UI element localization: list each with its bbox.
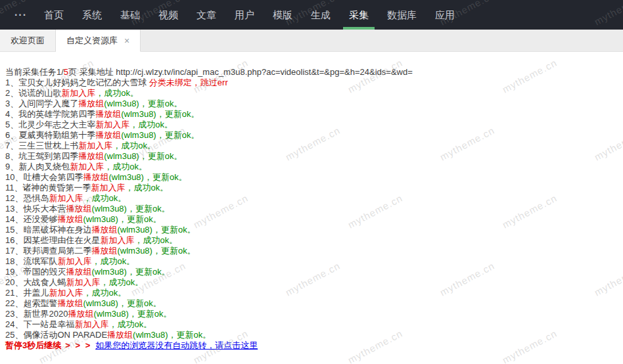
- log-item-action: 新加入库: [57, 256, 91, 266]
- log-item-number: 14、: [5, 214, 23, 224]
- log-item-result: ，成功ok。: [83, 193, 126, 203]
- log-item-action: 播放组: [107, 330, 133, 340]
- log-item-action: 新加入库: [95, 120, 129, 129]
- log-item: 19、帝国的毁灭播放组(wlm3u8)，更新ok。: [5, 267, 618, 277]
- log-item-action: 播放组: [78, 99, 104, 108]
- log-item-number: 16、: [5, 235, 23, 245]
- log-item-number: 10、: [5, 172, 23, 182]
- log-item-action: 新加入库: [49, 288, 83, 298]
- log-item-result: (wlm3u8)，更新ok。: [104, 151, 182, 161]
- tab-2[interactable]: 自定义资源库×: [56, 30, 141, 52]
- log-item-title: 入间同学入魔了: [18, 99, 78, 108]
- log-item: 16、因某些理由住在火星新加入库，成功ok。: [5, 235, 618, 246]
- log-item-result: ，成功ok。: [95, 88, 139, 98]
- log-item-result: (wlm3u8)，更新ok。: [91, 267, 170, 277]
- log-item: 2、说谎的山歌新加入库，成功ok。: [5, 88, 618, 99]
- log-item-number: 25、: [5, 330, 23, 340]
- log-item-action: 播放组: [66, 267, 91, 277]
- nav-item-10[interactable]: 数据库: [378, 0, 426, 30]
- nav-item-2[interactable]: 系统: [73, 0, 111, 30]
- collect-log-panel: 当前采集任务1/5页 采集地址 http://cj.wlzy.tv/inc/ap…: [0, 52, 623, 351]
- log-item-action: 新加入库: [100, 235, 134, 245]
- log-item: 23、新世界2020播放组(wlm3u8)，更新ok。: [5, 309, 618, 319]
- app-window: ··· 首页系统基础视频文章用户模版生成采集数据库应用 欢迎页面自定义资源库× …: [0, 0, 623, 364]
- log-item-result: ，成功ok。: [129, 120, 173, 129]
- tab-bar: 欢迎页面自定义资源库×: [0, 30, 623, 52]
- nav-item-11[interactable]: 应用: [426, 0, 464, 30]
- log-item-number: 23、: [5, 309, 23, 319]
- log-item-result: (wlm3u8)，更新ok。: [83, 298, 161, 308]
- log-item-result: (wlm3u8)，更新ok。: [104, 99, 182, 108]
- log-item-action: 播放组: [83, 172, 108, 182]
- log-item-action: 新加入库: [49, 193, 83, 203]
- log-item-action: 播放组: [66, 204, 91, 214]
- log-item: 20、大战食人蝎新加入库，成功ok。: [5, 277, 618, 288]
- task-prefix: 当前采集任务: [5, 67, 57, 77]
- log-item: 3、入间同学入魔了播放组(wlm3u8)，更新ok。: [5, 99, 618, 109]
- log-item-title: 诸神的黄昏第一季: [23, 183, 91, 193]
- log-item-result: (wlm3u8)，更新ok。: [117, 225, 195, 235]
- log-item-result: ，成功ok。: [100, 277, 143, 287]
- log-item-title: 坑王驾到第四季: [18, 151, 78, 161]
- log-item-number: 7、: [5, 141, 18, 150]
- log-item-title: 偶像活动ON PARADE: [23, 330, 107, 340]
- log-item: 7、三生三世枕上书新加入库，成功ok。: [5, 141, 618, 151]
- log-item-title: 新人肉叉烧包: [18, 162, 70, 171]
- log-item-title: 井盖儿: [23, 288, 49, 298]
- task-total-pages: 5: [64, 67, 68, 77]
- log-item-number: 9、: [5, 162, 18, 171]
- log-item-number: 19、: [5, 267, 23, 277]
- log-item-title: 我的英雄学院第四季: [18, 109, 95, 119]
- log-item-number: 15、: [5, 225, 23, 235]
- log-item-action: 播放组: [57, 214, 83, 224]
- log-item-title: 因某些理由住在火星: [23, 235, 100, 245]
- log-item-number: 8、: [5, 151, 18, 161]
- log-item-result: ，成功ok。: [104, 162, 147, 171]
- tab-1[interactable]: 欢迎页面: [0, 30, 56, 51]
- redirect-arrows: > > >: [65, 340, 91, 350]
- log-item-action: 播放组: [95, 109, 121, 119]
- tab-label: 欢迎页面: [11, 35, 45, 47]
- log-item-result: (wlm3u8)，更新ok。: [121, 130, 199, 140]
- log-item-number: 13、: [5, 204, 23, 214]
- log-item: 9、新人肉叉烧包新加入库，成功ok。: [5, 162, 618, 172]
- log-item-title: 快乐大本营: [23, 204, 66, 214]
- nav-item-8[interactable]: 生成: [302, 0, 340, 30]
- log-item-number: 20、: [5, 277, 23, 287]
- manual-redirect-link[interactable]: 如果您的浏览器没有自动跳转，请点击这里: [95, 340, 258, 350]
- log-item: 21、井盖儿新加入库，成功ok。: [5, 288, 618, 298]
- nav-item-1[interactable]: 首页: [35, 0, 73, 30]
- nav-item-4[interactable]: 视频: [149, 0, 187, 30]
- log-item-number: 17、: [5, 246, 23, 256]
- log-item-title: 暗黑破坏神在身边: [23, 225, 91, 235]
- log-item-result: ，成功ok。: [83, 288, 126, 298]
- log-item-number: 5、: [5, 120, 18, 129]
- log-item-title: 还没爱够: [23, 214, 57, 224]
- redirect-line: 暂停3秒后继续> > >如果您的浏览器没有自动跳转，请点击这里: [5, 340, 618, 351]
- log-item-number: 2、: [5, 88, 18, 98]
- log-item-number: 24、: [5, 319, 23, 329]
- tab-list: 欢迎页面自定义资源库×: [0, 30, 141, 51]
- nav-item-5[interactable]: 文章: [187, 0, 225, 30]
- log-item-title: 恐惧岛: [23, 193, 49, 203]
- more-menu-icon[interactable]: ···: [0, 0, 35, 30]
- nav-item-3[interactable]: 基础: [111, 0, 149, 30]
- log-item-result: (wlm3u8)，更新ok。: [133, 330, 211, 340]
- nav-item-7[interactable]: 模版: [264, 0, 302, 30]
- log-item-number: 1、: [5, 78, 18, 87]
- nav-item-9[interactable]: 采集: [340, 0, 378, 30]
- log-item-title: 说谎的山歌: [18, 88, 61, 98]
- log-item-action: 新加入库: [74, 319, 108, 329]
- nav-item-6[interactable]: 用户: [225, 0, 264, 30]
- log-item: 12、恐惧岛新加入库，成功ok。: [5, 193, 618, 204]
- log-item: 8、坑王驾到第四季播放组(wlm3u8)，更新ok。: [5, 151, 618, 162]
- log-item-action: 新加入库: [78, 141, 112, 150]
- collect-url: http://cj.wlzy.tv/inc/api_mac_m3u8.php?a…: [116, 67, 412, 77]
- log-item-action: 播放组: [95, 130, 121, 140]
- log-item-action: 新加入库: [61, 88, 95, 98]
- log-item: 13、快乐大本营播放组(wlm3u8)，更新ok。: [5, 204, 618, 214]
- tab-close-icon[interactable]: ×: [124, 36, 129, 45]
- log-item: 4、我的英雄学院第四季播放组(wlm3u8)，更新ok。: [5, 109, 618, 120]
- log-item-result: ，成功ok。: [91, 256, 135, 266]
- log-item-action: 新加入库: [66, 277, 100, 287]
